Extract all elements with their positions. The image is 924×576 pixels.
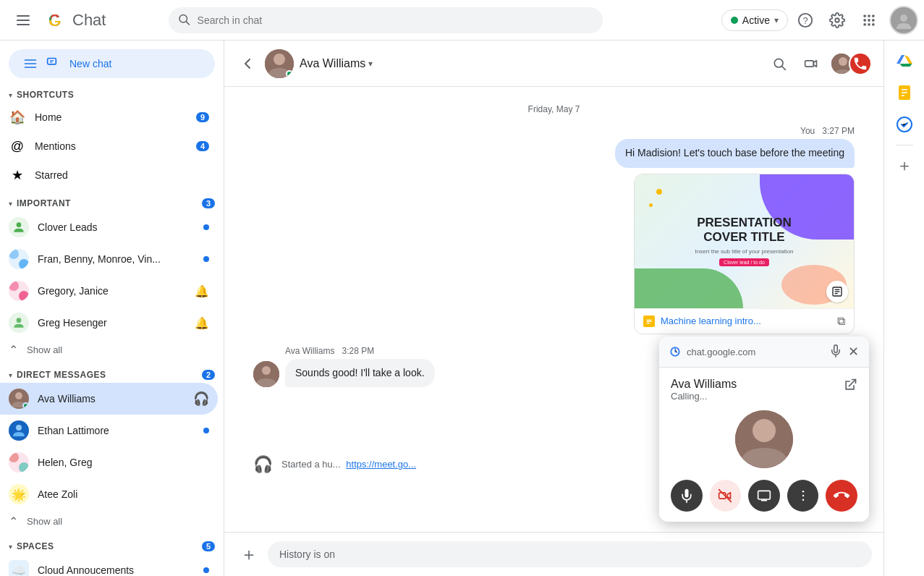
new-chat-button[interactable]: New chat <box>9 49 215 78</box>
message-sent-1: You 3:27 PM Hi Madision! Let's touch bas… <box>253 126 855 334</box>
message-input[interactable]: History is on <box>268 541 872 567</box>
chat-contact-avatar <box>265 49 294 78</box>
svg-point-23 <box>17 222 22 227</box>
svg-rect-17 <box>872 23 874 25</box>
call-popup: chat.google.com ✕ Ava Williams Calling..… <box>659 336 869 522</box>
svg-point-33 <box>839 57 847 66</box>
back-button[interactable] <box>236 52 259 75</box>
meet-link[interactable]: https://meet.go... <box>346 459 416 470</box>
google-drive-button[interactable] <box>890 46 919 75</box>
sidebar-item-helen-greg[interactable]: Helen, Greg <box>0 446 218 478</box>
svg-rect-13 <box>868 19 870 21</box>
sidebar-item-atee-zoli[interactable]: 🌟 Atee Zoli <box>0 478 218 510</box>
attachment-card[interactable]: PRESENTATIONCOVER TITLE Insert the sub t… <box>634 174 855 334</box>
svg-rect-37 <box>835 293 838 294</box>
add-attachment-button[interactable]: ＋ <box>236 541 262 567</box>
svg-rect-31 <box>805 60 814 66</box>
svg-rect-1 <box>17 20 30 21</box>
dm-count-badge: 2 <box>202 370 215 380</box>
sidebar-item-fran-group[interactable]: Fran, Benny, Monroe, Vin... <box>0 243 218 275</box>
input-placeholder: History is on <box>279 549 335 560</box>
chat-contact-name: Ava Williams <box>300 57 365 70</box>
ethan-lattimore-label: Ethan Lattimore <box>38 425 203 436</box>
starred-label: Starred <box>35 169 209 181</box>
svg-point-43 <box>262 366 271 375</box>
svg-rect-10 <box>868 14 870 17</box>
call-more-options-button[interactable] <box>787 480 819 512</box>
call-status: Calling... <box>671 391 737 402</box>
sidebar-item-clover-leads[interactable]: Clover Leads <box>0 211 218 243</box>
svg-rect-12 <box>863 19 865 21</box>
clover-leads-label: Clover Leads <box>38 221 203 233</box>
svg-point-28 <box>274 54 285 65</box>
chat-header: Ava Williams ▾ <box>224 41 883 87</box>
message-bubble-sent-1: Hi Madision! Let's touch base before the… <box>615 139 855 168</box>
call-person-name: Ava Williams <box>671 378 737 391</box>
settings-button[interactable] <box>823 6 852 35</box>
shortcuts-section-header[interactable]: ▾ Shortcuts <box>0 84 224 103</box>
svg-rect-14 <box>872 19 874 21</box>
sidebar: New chat ▾ Shortcuts 🏠 Home 9 @ Mentions… <box>0 41 224 576</box>
message-bubble-received-1: Sounds good! I'll take a look. <box>285 359 435 388</box>
svg-point-25 <box>15 392 22 399</box>
important-show-all[interactable]: ⌃ Show all <box>0 339 224 361</box>
dm-show-all[interactable]: ⌃ Show all <box>0 510 224 533</box>
hamburger-menu[interactable] <box>9 6 38 35</box>
add-app-button[interactable]: ＋ <box>890 151 919 180</box>
mentions-badge: 4 <box>196 141 209 151</box>
new-chat-label: New chat <box>69 58 111 69</box>
participants-avatar-stack[interactable] <box>830 52 872 75</box>
svg-rect-15 <box>863 23 865 25</box>
user-avatar-button[interactable] <box>889 6 918 35</box>
gregory-janice-label: Gregory, Janice <box>38 285 195 297</box>
date-divider: Friday, May 7 <box>253 104 855 114</box>
google-tasks-button[interactable] <box>890 110 919 139</box>
app-logo: Chat <box>43 9 106 32</box>
important-label: Important <box>17 198 202 208</box>
svg-point-4 <box>45 10 65 30</box>
apps-button[interactable] <box>855 6 883 35</box>
call-screen-share-button[interactable] <box>748 480 780 512</box>
chat-input-area: ＋ History is on <box>224 532 883 576</box>
spaces-count-badge: 5 <box>202 541 215 551</box>
video-call-button[interactable] <box>798 51 824 77</box>
svg-point-49 <box>753 419 776 442</box>
sidebar-item-starred[interactable]: ★ Starred <box>0 161 218 190</box>
mentions-label: Mentions <box>35 140 196 152</box>
call-expand-button[interactable] <box>843 378 857 394</box>
sidebar-item-greg-hesenger[interactable]: Greg Hesenger 🔔 <box>0 307 218 339</box>
dm-section-header[interactable]: ▾ Direct messages 2 <box>0 364 224 383</box>
call-popup-close-button[interactable]: ✕ <box>848 344 859 360</box>
spaces-section-header[interactable]: ▾ Spaces 5 <box>0 535 224 554</box>
sidebar-item-gregory-janice[interactable]: Gregory, Janice 🔔 <box>0 275 218 307</box>
important-section-header[interactable]: ▾ Important 3 <box>0 192 224 211</box>
call-mute-button[interactable] <box>671 480 703 512</box>
sidebar-item-mentions[interactable]: @ Mentions 4 <box>0 132 218 161</box>
chat-contact-info[interactable]: Ava Williams ▾ <box>300 57 373 70</box>
sidebar-item-cloud-announcements[interactable]: ☁️ Cloud Annoucements <box>0 554 218 576</box>
sidebar-item-home[interactable]: 🏠 Home 9 <box>0 103 218 132</box>
atee-zoli-label: Atee Zoli <box>38 488 209 500</box>
search-input[interactable] <box>169 7 603 33</box>
helen-greg-label: Helen, Greg <box>38 457 209 468</box>
svg-point-57 <box>802 495 804 497</box>
shortcuts-label: Shortcuts <box>17 90 74 100</box>
svg-rect-35 <box>835 289 840 289</box>
sidebar-item-ethan-lattimore[interactable]: Ethan Lattimore <box>0 415 218 446</box>
sidebar-item-ava-williams[interactable]: Ava Williams 🎧 <box>0 383 218 415</box>
important-show-all-label: Show all <box>27 344 62 355</box>
search-messages-button[interactable] <box>766 51 792 77</box>
copy-link-icon[interactable]: ⧉ <box>837 315 845 328</box>
home-badge: 9 <box>196 112 209 122</box>
call-end-button[interactable] <box>826 480 857 512</box>
help-button[interactable]: ? <box>791 6 820 35</box>
google-keep-button[interactable] <box>890 78 919 107</box>
svg-point-24 <box>17 318 22 323</box>
greg-hesenger-label: Greg Hesenger <box>38 317 195 329</box>
call-mic-toggle[interactable] <box>829 344 842 360</box>
cloud-announcements-label: Cloud Annoucements <box>38 564 203 576</box>
svg-point-26 <box>16 425 22 431</box>
active-status-button[interactable]: Active ▾ <box>721 9 788 31</box>
call-video-off-button[interactable] <box>710 480 742 512</box>
important-count-badge: 3 <box>202 198 215 208</box>
